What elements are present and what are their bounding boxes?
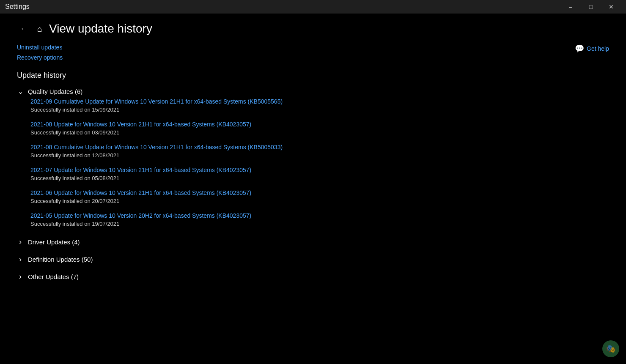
watermark: 🎭 bbox=[602, 340, 619, 357]
chevron-other-icon bbox=[17, 272, 24, 281]
chevron-driver-icon bbox=[17, 238, 24, 246]
category-definition-header[interactable]: Definition Updates (50) bbox=[17, 252, 609, 266]
update-status: Successfully installed on 15/09/2021 bbox=[30, 107, 119, 113]
uninstall-updates-link[interactable]: Uninstall updates bbox=[17, 44, 63, 51]
update-status: Successfully installed on 05/08/2021 bbox=[30, 175, 119, 181]
update-status: Successfully installed on 20/07/2021 bbox=[30, 198, 119, 204]
category-driver-header[interactable]: Driver Updates (4) bbox=[17, 235, 609, 249]
update-link[interactable]: 2021-09 Cumulative Update for Windows 10… bbox=[30, 98, 609, 105]
top-links: Uninstall updates Recovery options 💬 Get… bbox=[17, 44, 609, 61]
category-driver: Driver Updates (4) bbox=[17, 235, 609, 249]
update-link[interactable]: 2021-06 Update for Windows 10 Version 21… bbox=[30, 189, 609, 196]
top-links-left: Uninstall updates Recovery options bbox=[17, 44, 63, 61]
update-item: 2021-08 Update for Windows 10 Version 21… bbox=[30, 121, 609, 136]
category-other-header[interactable]: Other Updates (7) bbox=[17, 270, 609, 284]
page-title: View update history bbox=[49, 22, 152, 36]
get-help-icon: 💬 bbox=[575, 44, 584, 53]
update-item: 2021-08 Cumulative Update for Windows 10… bbox=[30, 144, 609, 159]
category-quality-label: Quality Updates (6) bbox=[28, 88, 82, 95]
category-definition: Definition Updates (50) bbox=[17, 252, 609, 266]
category-driver-label: Driver Updates (4) bbox=[28, 238, 80, 246]
back-button[interactable]: ← bbox=[17, 23, 30, 34]
update-item: 2021-07 Update for Windows 10 Version 21… bbox=[30, 167, 609, 182]
title-bar-left: Settings bbox=[5, 3, 30, 11]
update-status: Successfully installed on 03/09/2021 bbox=[30, 129, 119, 136]
update-status: Successfully installed on 19/07/2021 bbox=[30, 221, 119, 227]
categories-list: Quality Updates (6) 2021-09 Cumulative U… bbox=[17, 85, 609, 284]
recovery-options-link[interactable]: Recovery options bbox=[17, 54, 63, 61]
category-quality-header[interactable]: Quality Updates (6) bbox=[17, 85, 609, 98]
watermark-logo: 🎭 bbox=[602, 340, 619, 357]
update-item: 2021-06 Update for Windows 10 Version 21… bbox=[30, 189, 609, 205]
category-definition-label: Definition Updates (50) bbox=[28, 256, 93, 263]
update-item: 2021-05 Update for Windows 10 Version 20… bbox=[30, 212, 609, 227]
main-content: ← ⌂ View update history Uninstall update… bbox=[0, 14, 626, 364]
get-help-button[interactable]: 💬 Get help bbox=[575, 44, 609, 53]
update-status: Successfully installed on 12/08/2021 bbox=[30, 152, 119, 159]
title-bar-controls: – □ ✕ bbox=[561, 0, 621, 14]
update-link[interactable]: 2021-07 Update for Windows 10 Version 21… bbox=[30, 167, 609, 173]
category-other-label: Other Updates (7) bbox=[28, 273, 79, 280]
chevron-definition-icon bbox=[17, 255, 24, 264]
title-bar-title: Settings bbox=[5, 3, 30, 11]
update-item: 2021-09 Cumulative Update for Windows 10… bbox=[30, 98, 609, 113]
category-other: Other Updates (7) bbox=[17, 270, 609, 284]
close-button[interactable]: ✕ bbox=[601, 0, 621, 14]
update-link[interactable]: 2021-08 Update for Windows 10 Version 21… bbox=[30, 121, 609, 128]
chevron-quality-icon bbox=[17, 88, 24, 96]
title-bar: Settings – □ ✕ bbox=[0, 0, 626, 14]
update-link[interactable]: 2021-08 Cumulative Update for Windows 10… bbox=[30, 144, 609, 151]
update-link[interactable]: 2021-05 Update for Windows 10 Version 20… bbox=[30, 212, 609, 219]
get-help-label: Get help bbox=[587, 45, 609, 52]
home-icon: ⌂ bbox=[37, 24, 42, 34]
update-history-title: Update history bbox=[17, 71, 609, 80]
quality-updates-list: 2021-09 Cumulative Update for Windows 10… bbox=[17, 98, 609, 227]
back-icon: ← bbox=[20, 25, 27, 33]
page-header: ← ⌂ View update history bbox=[17, 22, 609, 36]
category-quality: Quality Updates (6) 2021-09 Cumulative U… bbox=[17, 85, 609, 227]
minimize-button[interactable]: – bbox=[561, 0, 580, 14]
maximize-button[interactable]: □ bbox=[581, 0, 601, 14]
